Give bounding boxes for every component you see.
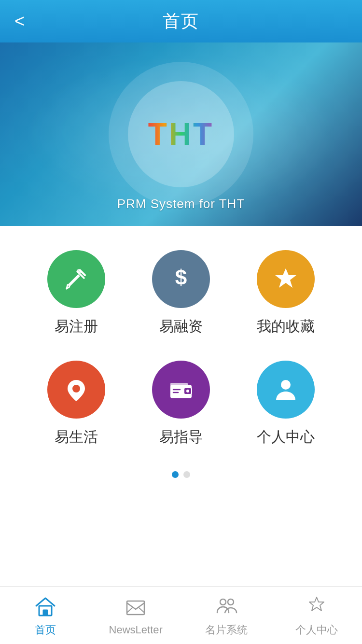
person-nav-icon xyxy=(304,594,329,619)
star-icon xyxy=(257,250,315,308)
grid-label-register: 易注册 xyxy=(55,317,98,336)
svg-marker-21 xyxy=(309,597,324,611)
nav-label-business-card: 名片系统 xyxy=(205,623,248,637)
bottom-nav: 首页 NewsLetter 名片系统 xyxy=(0,586,362,644)
newsletter-icon xyxy=(123,595,148,620)
svg-point-10 xyxy=(186,390,189,392)
banner-circle-outer: THT xyxy=(109,62,253,207)
wallet-icon xyxy=(152,361,210,419)
grid-item-profile[interactable]: 个人中心 xyxy=(238,361,333,447)
dollar-icon: $ xyxy=(152,250,210,308)
svg-line-18 xyxy=(139,608,144,613)
nav-item-home[interactable]: 首页 xyxy=(0,587,91,644)
svg-line-17 xyxy=(127,608,132,613)
nav-label-newsletter: NewsLetter xyxy=(109,624,163,636)
svg-rect-16 xyxy=(127,601,144,615)
grid-item-favorites[interactable]: 我的收藏 xyxy=(238,250,333,336)
page-dots xyxy=(0,462,362,483)
dot-1 xyxy=(172,471,179,478)
grid: 易注册 $ 易融资 我的收藏 xyxy=(29,250,333,447)
person-icon xyxy=(257,361,315,419)
svg-rect-15 xyxy=(43,610,48,616)
card-icon xyxy=(214,594,239,619)
banner: THT PRM System for THT xyxy=(0,42,362,226)
grid-label-finance: 易融资 xyxy=(159,317,203,336)
grid-item-guide[interactable]: 易指导 xyxy=(134,361,229,447)
nav-item-business-card[interactable]: 名片系统 xyxy=(181,587,272,644)
back-button[interactable]: < xyxy=(14,11,25,31)
svg-point-3 xyxy=(77,269,82,274)
banner-circle-inner: THT xyxy=(128,81,234,187)
svg-rect-8 xyxy=(170,383,188,387)
page-title: 首页 xyxy=(163,10,199,33)
nav-label-personal: 个人中心 xyxy=(295,623,338,637)
svg-point-13 xyxy=(281,380,291,390)
home-icon xyxy=(33,594,58,619)
nav-label-home: 首页 xyxy=(35,623,56,637)
banner-subtitle: PRM System for THT xyxy=(0,196,362,211)
nav-item-newsletter[interactable]: NewsLetter xyxy=(91,587,181,644)
grid-label-profile: 个人中心 xyxy=(257,427,315,447)
grid-item-register[interactable]: 易注册 xyxy=(29,250,124,336)
grid-label-guide: 易指导 xyxy=(159,427,203,447)
grid-item-finance[interactable]: $ 易融资 xyxy=(134,250,229,336)
grid-section: 易注册 $ 易融资 我的收藏 xyxy=(0,226,362,462)
grid-label-favorites: 我的收藏 xyxy=(257,317,315,336)
svg-text:$: $ xyxy=(175,266,187,289)
svg-point-20 xyxy=(228,599,234,605)
grid-item-life[interactable]: 易生活 xyxy=(29,361,124,447)
grid-label-life: 易生活 xyxy=(55,427,98,447)
dot-2 xyxy=(183,471,190,478)
svg-marker-5 xyxy=(275,268,296,288)
banner-logo: THT xyxy=(148,119,214,150)
svg-point-6 xyxy=(72,385,80,392)
nav-item-personal[interactable]: 个人中心 xyxy=(272,587,362,644)
header: < 首页 xyxy=(0,0,362,42)
location-icon xyxy=(47,361,105,419)
svg-point-19 xyxy=(220,599,226,605)
edit-icon xyxy=(47,250,105,308)
